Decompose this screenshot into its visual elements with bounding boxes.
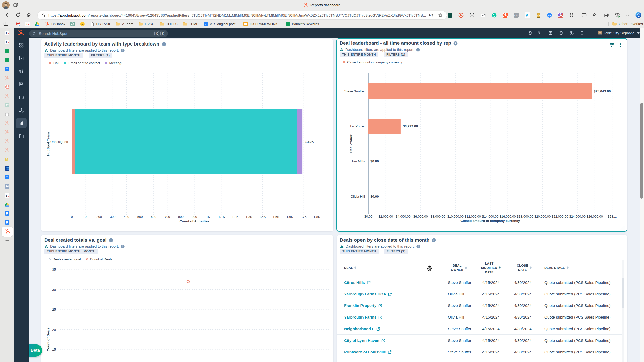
account-menu[interactable]: Port City Signage — [604, 31, 635, 35]
collections-icon[interactable] — [603, 12, 610, 19]
blue-doc-icon[interactable] — [0, 173, 14, 182]
deal-link[interactable]: Neighborhood F — [344, 327, 374, 331]
deal-link[interactable]: Franklin Property — [344, 303, 376, 308]
blue-doc-icon[interactable] — [0, 218, 14, 227]
hubspot-faded-icon[interactable] — [0, 146, 14, 155]
bookmark-item[interactable]: A Team — [115, 22, 133, 26]
screenshot-extension-icon[interactable] — [468, 12, 475, 19]
upgrade-icon[interactable] — [528, 31, 532, 35]
browser-scrollbar[interactable] — [640, 28, 644, 362]
column-header-deal[interactable]: DEAL — [344, 260, 435, 276]
table-row: Franklin Property Steve Snuffer 4/15/202… — [337, 300, 622, 311]
bookmark-item[interactable]: ATS original post... — [204, 22, 238, 26]
hubspot-faded-icon[interactable] — [0, 74, 14, 83]
deal-link[interactable]: Citrus Hills — [344, 280, 365, 285]
google-drive-icon[interactable] — [0, 200, 14, 209]
column-header-close-date[interactable]: CLOSEDATE — [510, 260, 538, 276]
notion-extension-icon[interactable] — [446, 12, 453, 19]
bookmark-item[interactable]: CX FRAMEWORK... — [243, 22, 280, 26]
sheets-icon[interactable] — [0, 56, 14, 65]
deal-link[interactable]: Printworx of Louisville — [344, 350, 386, 354]
bookmark-item[interactable]: TEMP — [183, 22, 199, 26]
bookmark-item[interactable] — [70, 22, 75, 26]
blue-doc-icon[interactable] — [0, 65, 14, 74]
chevron-down-icon[interactable] — [637, 32, 640, 34]
copilot-icon[interactable] — [635, 12, 642, 19]
chatgpt-faded-icon[interactable] — [0, 101, 14, 110]
bookmark-item[interactable]: TOOLS — [159, 22, 178, 26]
puzzle-extensions-icon[interactable] — [568, 12, 575, 19]
settings-icon[interactable] — [569, 31, 574, 35]
t-dot-icon[interactable]: t — [0, 28, 14, 37]
hubspot-red-tile-icon[interactable] — [0, 82, 14, 92]
t-dot-icon[interactable]: t — [0, 191, 14, 200]
outlook-icon[interactable] — [0, 182, 14, 191]
card-deal-leaderboard: Deal leaderboard - all time amount close… — [336, 38, 627, 232]
browser-essentials-icon[interactable] — [614, 12, 621, 19]
sheets-icon[interactable] — [0, 47, 14, 56]
bookmark-item[interactable] — [80, 22, 85, 26]
favorites-icon[interactable] — [592, 12, 599, 19]
commerce-wallet-icon[interactable] — [14, 93, 29, 102]
other-favorites[interactable]: Other Favorites — [619, 22, 643, 26]
bookmark-item[interactable] — [35, 22, 40, 26]
hubspot-sprocket-icon — [45, 22, 50, 26]
beta-button[interactable]: Beta — [29, 344, 42, 357]
marketing-megaphone-icon[interactable] — [14, 67, 29, 76]
active-tab-hubspot[interactable] — [2, 227, 13, 237]
notifications-icon[interactable] — [580, 31, 584, 35]
hubspot-faded-icon[interactable] — [0, 128, 14, 137]
hubspot-faded-icon[interactable] — [0, 137, 14, 146]
calendar-icon[interactable] — [0, 110, 14, 119]
code-extension-icon[interactable]: </> — [513, 12, 520, 19]
crm-contacts-icon[interactable] — [14, 54, 29, 63]
zoom-extension-icon[interactable]: zm — [546, 12, 553, 19]
svg-text:600: 600 — [151, 215, 156, 219]
hubspot-faded-icon[interactable] — [0, 119, 14, 128]
resize-handle[interactable] — [620, 224, 626, 230]
bookmark-item[interactable]: Babbitt's Rewards... — [286, 22, 322, 26]
automations-icon[interactable] — [14, 106, 29, 115]
bookmark-item[interactable]: t — [25, 22, 30, 26]
deal-link[interactable]: Yarbrough Farms — [344, 315, 376, 320]
t-dot-icon[interactable]: t — [0, 37, 14, 47]
reporting-chart-icon[interactable] — [14, 119, 29, 128]
blue-doc-icon[interactable] — [0, 209, 14, 218]
hubspot-faded-icon[interactable] — [0, 92, 14, 101]
active-tab[interactable]: Reports dashboard — [0, 0, 644, 10]
column-header-deal-stage[interactable]: DEAL STAGE — [544, 260, 595, 276]
table-row: Citrus Hills Steve Snuffer 4/15/2024 4/3… — [337, 277, 622, 288]
content-icon[interactable] — [14, 79, 29, 88]
more-menu-icon[interactable] — [625, 12, 632, 19]
bookmark-item[interactable]: HS TASK — [90, 22, 111, 26]
mosaic-extension-icon[interactable] — [557, 12, 564, 19]
tab-group-icon[interactable] — [3, 21, 9, 27]
table-scrollbar-thumb[interactable] — [622, 278, 624, 308]
hourglass-extension-icon[interactable] — [535, 12, 542, 19]
bookmark-item[interactable]: GVSU — [138, 22, 154, 26]
loom-extension-icon[interactable] — [491, 12, 498, 19]
marketplace-icon[interactable] — [548, 31, 553, 35]
deal-link[interactable]: City of Lynn Haven — [344, 338, 379, 343]
vimeo-extension-icon[interactable]: V — [524, 12, 531, 19]
files-folder-icon[interactable] — [14, 132, 29, 141]
bookmark-item[interactable]: CS Inbox — [45, 22, 65, 26]
vertical-tabs-strip: tt — [0, 28, 14, 362]
hubspot-extension-icon[interactable] — [502, 12, 509, 19]
split-screen-icon[interactable] — [581, 12, 588, 19]
help-icon[interactable] — [559, 31, 563, 35]
signature-extension-icon[interactable] — [479, 12, 487, 19]
scrollbar-thumb[interactable] — [640, 103, 643, 199]
workspaces-grid-icon[interactable] — [14, 41, 29, 50]
m-yellow-icon[interactable]: M — [0, 155, 14, 164]
bookmark-item[interactable]: 6 — [16, 22, 20, 26]
b-circle-extension-icon[interactable]: b — [457, 12, 464, 19]
account-avatar[interactable] — [598, 31, 602, 35]
bookmark-label: ATS original post... — [210, 22, 238, 26]
deal-link[interactable]: Yarbrough Farms HOA — [344, 292, 386, 296]
microsoft-blue-icon[interactable] — [0, 164, 14, 173]
calling-icon[interactable] — [538, 31, 542, 35]
new-tab-plus-icon[interactable] — [0, 236, 14, 245]
column-header-last-modified-date[interactable]: LASTMODIFIEDDATE — [474, 260, 508, 276]
table-scrollbar[interactable] — [622, 260, 624, 362]
